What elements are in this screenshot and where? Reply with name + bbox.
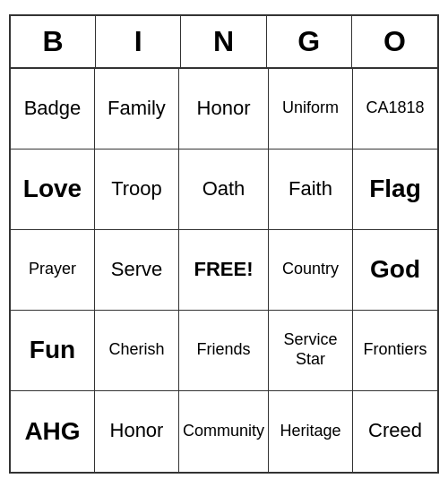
bingo-cell-3-1: Cherish [95,311,179,391]
header-letter: G [267,16,352,67]
bingo-cell-4-0: AHG [11,391,95,472]
bingo-cell-2-3: Country [269,230,353,311]
bingo-cell-1-3: Faith [269,150,353,230]
header-letter: N [181,16,266,67]
header-letter: B [11,16,96,67]
bingo-cell-3-2: Friends [179,311,269,391]
bingo-cell-4-4: Creed [353,391,437,472]
bingo-cell-2-4: God [353,230,437,311]
bingo-cell-4-3: Heritage [269,391,353,472]
header-letter: O [352,16,437,67]
bingo-cell-0-0: Badge [11,69,95,150]
bingo-cell-4-1: Honor [95,391,179,472]
bingo-cell-3-0: Fun [11,311,95,391]
header-letter: I [96,16,181,67]
bingo-cell-4-2: Community [179,391,269,472]
bingo-cell-1-0: Love [11,150,95,230]
bingo-cell-0-2: Honor [179,69,269,150]
bingo-cell-1-1: Troop [95,150,179,230]
bingo-cell-1-2: Oath [179,150,269,230]
bingo-cell-1-4: Flag [353,150,437,230]
bingo-cell-2-0: Prayer [11,230,95,311]
bingo-cell-3-4: Frontiers [353,311,437,391]
bingo-cell-0-1: Family [95,69,179,150]
bingo-grid: BadgeFamilyHonorUniformCA1818LoveTroopOa… [11,69,437,472]
bingo-card: BINGO BadgeFamilyHonorUniformCA1818LoveT… [9,14,439,474]
bingo-cell-2-1: Serve [95,230,179,311]
bingo-cell-0-4: CA1818 [353,69,437,150]
bingo-cell-0-3: Uniform [269,69,353,150]
bingo-header: BINGO [11,16,437,69]
bingo-cell-3-3: Service Star [269,311,353,391]
bingo-cell-2-2: FREE! [179,230,269,311]
